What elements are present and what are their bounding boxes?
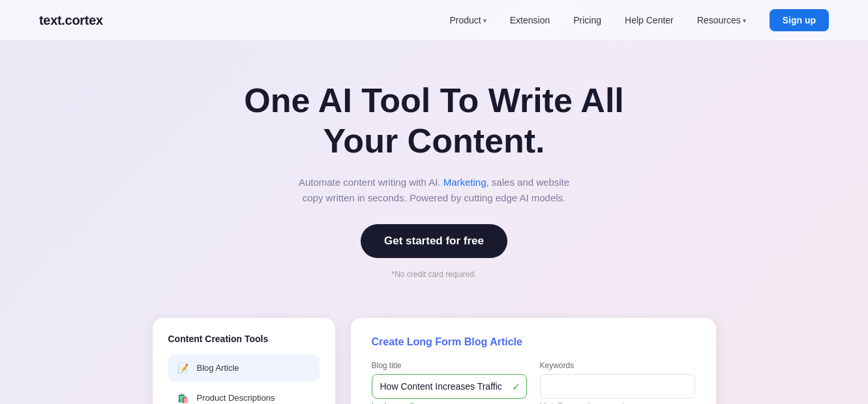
right-card-title: Create Long Form Blog Article: [372, 336, 695, 348]
hero-section: One AI Tool To Write All Your Content. A…: [0, 41, 868, 305]
hero-heading: One AI Tool To Write All Your Content.: [13, 80, 855, 162]
blog-article-icon: 📝: [176, 361, 190, 375]
keywords-label: Keywords: [540, 361, 695, 370]
blog-title-group: Blog title ✓ Looks good!: [372, 361, 527, 404]
keywords-input[interactable]: [540, 374, 695, 399]
tool-blog-article[interactable]: 📝 Blog Article: [168, 354, 320, 382]
get-started-button[interactable]: Get started for free: [361, 224, 507, 258]
tool-product-descriptions-label: Product Descriptions: [197, 393, 275, 403]
blog-title-hint: Looks good!: [372, 401, 527, 404]
blog-title-input-wrap: ✓: [372, 374, 527, 399]
nav-links: Product ▾ Extension Pricing Help Center …: [450, 9, 829, 31]
right-card: Create Long Form Blog Article Blog title…: [351, 318, 716, 404]
cards-section: Content Creation Tools 📝 Blog Article 🛍️…: [0, 305, 868, 404]
right-card-title-highlight: Blog Article: [464, 336, 522, 347]
keywords-input-wrap: [540, 374, 695, 399]
left-card: Content Creation Tools 📝 Blog Article 🛍️…: [153, 318, 335, 404]
tool-blog-article-label: Blog Article: [197, 363, 239, 373]
nav-extension[interactable]: Extension: [510, 15, 550, 25]
nav-product[interactable]: Product ▾: [450, 15, 486, 25]
left-card-title: Content Creation Tools: [168, 334, 320, 344]
hero-subtext: Automate content writing with AI. Market…: [297, 175, 571, 206]
hero-cta-wrap: Get started for free: [13, 224, 855, 265]
nav-pricing[interactable]: Pricing: [573, 15, 601, 25]
check-icon: ✓: [512, 380, 520, 392]
form-row: Blog title ✓ Looks good! Keywords Hint: …: [372, 361, 695, 404]
chevron-down-icon: ▾: [483, 17, 486, 24]
nav-resources[interactable]: Resources ▾: [697, 15, 746, 25]
chevron-down-icon-2: ▾: [743, 17, 746, 24]
blog-title-label: Blog title: [372, 361, 527, 370]
tool-product-descriptions[interactable]: 🛍️ Product Descriptions: [168, 384, 320, 404]
blog-title-input[interactable]: [372, 374, 527, 399]
navbar: text.cortex Product ▾ Extension Pricing …: [0, 0, 868, 41]
logo[interactable]: text.cortex: [39, 13, 103, 28]
nav-help-center[interactable]: Help Center: [625, 15, 674, 25]
no-credit-text: *No credit card required.: [13, 270, 855, 279]
product-descriptions-icon: 🛍️: [176, 391, 190, 404]
keywords-group: Keywords Hint: Type and press enter: [540, 361, 695, 404]
signup-button[interactable]: Sign up: [770, 9, 829, 31]
keywords-hint: Hint: Type and press enter: [540, 401, 695, 404]
